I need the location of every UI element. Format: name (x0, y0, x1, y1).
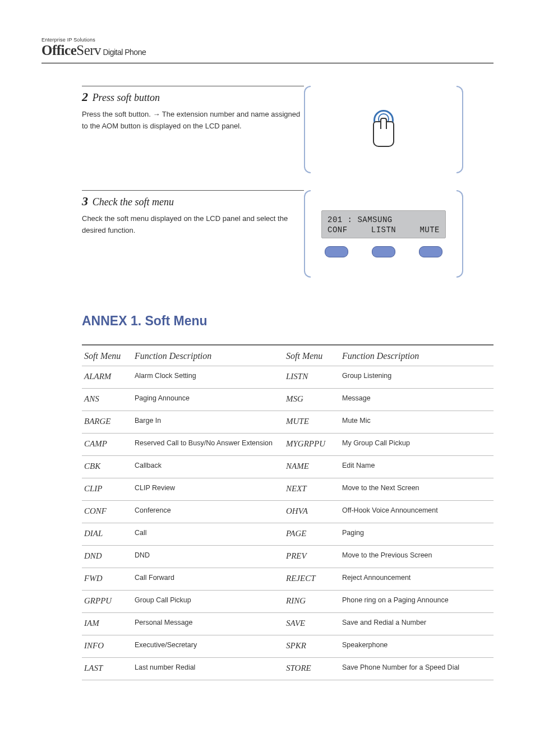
table-row: ALARMAlarm Clock SettingLISTNGroup Liste… (82, 366, 494, 389)
bracket-right-icon (456, 190, 463, 278)
visual-lcd: 201 : SAMSUNG CONF LISTN MUTE (311, 190, 456, 278)
col-softmenu-2: Soft Menu (284, 345, 340, 366)
col-softmenu-1: Soft Menu (82, 345, 132, 366)
softmenu-name: MYGRPPU (284, 434, 340, 456)
softmenu-name: BARGE (82, 411, 132, 434)
softmenu-name: FWD (82, 568, 132, 591)
step-label: Press soft button (93, 92, 160, 103)
annex-title: ANNEX 1. Soft Menu (82, 314, 494, 329)
lcd-soft-conf: CONF (328, 225, 348, 234)
softkey-button (325, 246, 348, 257)
softmenu-name: PREV (284, 546, 340, 568)
lcd-soft-mute: MUTE (419, 225, 440, 234)
softmenu-desc: Executive/Secretary (132, 635, 284, 658)
softmenu-desc: Off-Hook Voice Announcement (340, 501, 494, 523)
softmenu-name: RING (284, 591, 340, 613)
softmenu-desc: Last number Redial (132, 658, 284, 680)
softmenu-name: PAGE (284, 523, 340, 546)
table-row: DNDDNDPREVMove to the Previous Screen (82, 546, 494, 568)
softmenu-name: CONF (82, 501, 132, 523)
step-visual (304, 86, 463, 173)
softmenu-desc: Save Phone Number for a Speed Dial (340, 658, 494, 680)
softkeys (321, 246, 446, 257)
softmenu-name: MUTE (284, 411, 340, 434)
brand-bar: Enterprise IP Solutions OfficeServ Digit… (41, 37, 494, 63)
softmenu-name: DIAL (82, 523, 132, 546)
table-row: INFOExecutive/SecretarySPKRSpeakerphone (82, 635, 494, 658)
softmenu-name: SPKR (284, 635, 340, 658)
table-row: BARGEBarge InMUTEMute Mic (82, 411, 494, 434)
softmenu-desc: Callback (132, 456, 284, 478)
col-funcdesc-2: Function Description (340, 345, 494, 366)
brand-top: Enterprise IP Solutions (41, 37, 494, 43)
step-row: 3 Check the soft menu Check the soft men… (82, 190, 494, 278)
softmenu-desc: Save and Redial a Number (340, 613, 494, 635)
step-visual: 201 : SAMSUNG CONF LISTN MUTE (304, 190, 463, 278)
softmenu-name: STORE (284, 658, 340, 680)
softmenu-desc: Call (132, 523, 284, 546)
softmenu-name: IAM (82, 613, 132, 635)
softmenu-name: NAME (284, 456, 340, 478)
table-row: LASTLast number RedialSTORESave Phone Nu… (82, 658, 494, 680)
step-num: 3 (82, 194, 88, 208)
lcd-line1: 201 : SAMSUNG (328, 215, 440, 224)
softmenu-desc: Conference (132, 501, 284, 523)
softmenu-name: SAVE (284, 613, 340, 635)
table-row: FWDCall ForwardREJECTReject Announcement (82, 568, 494, 591)
softmenu-desc: Phone ring on a Paging Announce (340, 591, 494, 613)
softmenu-desc: Move to the Next Screen (340, 478, 494, 501)
step-label: Check the soft menu (93, 196, 174, 208)
softmenu-name: INFO (82, 635, 132, 658)
softmenu-desc: My Group Call Pickup (340, 434, 494, 456)
softmenu-desc: Mute Mic (340, 411, 494, 434)
step-num: 2 (82, 90, 88, 104)
table-row: IAMPersonal MessageSAVESave and Redial a… (82, 613, 494, 635)
step-text: 2 Press soft button Press the soft butto… (82, 86, 304, 173)
softmenu-desc: Speakerphone (340, 635, 494, 658)
softmenu-desc: Paging (340, 523, 494, 546)
brand-main: OfficeServ Digital Phone (41, 43, 494, 58)
bracket-left-icon (304, 86, 311, 173)
softmenu-name: OHVA (284, 501, 340, 523)
step-body: Press the soft button. → The extension n… (82, 109, 304, 132)
lcd-soft-listn: LISTN (371, 225, 396, 234)
softmenu-name: MSG (284, 389, 340, 411)
softmenu-name: ANS (82, 389, 132, 411)
softmenu-name: LAST (82, 658, 132, 680)
col-funcdesc-1: Function Description (132, 345, 284, 366)
table-row: DIALCallPAGEPaging (82, 523, 494, 546)
brand-sub: Digital Phone (101, 48, 146, 57)
softmenu-desc: Move to the Previous Screen (340, 546, 494, 568)
softmenu-name: REJECT (284, 568, 340, 591)
softmenu-desc: Edit Name (340, 456, 494, 478)
softmenu-desc: Paging Announce (132, 389, 284, 411)
lcd-screen: 201 : SAMSUNG CONF LISTN MUTE (321, 210, 446, 238)
softmenu-table: Soft Menu Function Description Soft Menu… (82, 344, 494, 680)
softmenu-desc: CLIP Review (132, 478, 284, 501)
softmenu-desc: Barge In (132, 411, 284, 434)
press-icon (367, 110, 400, 149)
softmenu-desc: Call Forward (132, 568, 284, 591)
step-text: 3 Check the soft menu Check the soft men… (82, 190, 304, 278)
softmenu-name: LISTN (284, 366, 340, 389)
brand-bold: Office (41, 43, 76, 58)
softmenu-name: CAMP (82, 434, 132, 456)
softmenu-desc: Personal Message (132, 613, 284, 635)
brand-serv: Serv (76, 43, 101, 58)
softkey-button (419, 246, 442, 257)
softkey-button (372, 246, 395, 257)
step-row: 2 Press soft button Press the soft butto… (82, 86, 494, 173)
table-row: CONFConferenceOHVAOff-Hook Voice Announc… (82, 501, 494, 523)
table-row: CAMPReserved Call to Busy/No Answer Exte… (82, 434, 494, 456)
visual-finger (311, 86, 456, 173)
table-row: ANSPaging AnnounceMSGMessage (82, 389, 494, 411)
table-row: CLIPCLIP ReviewNEXTMove to the Next Scre… (82, 478, 494, 501)
softmenu-desc: Group Listening (340, 366, 494, 389)
softmenu-name: NEXT (284, 478, 340, 501)
softmenu-name: CBK (82, 456, 132, 478)
softmenu-name: DND (82, 546, 132, 568)
softmenu-desc: DND (132, 546, 284, 568)
bracket-right-icon (456, 86, 463, 173)
softmenu-name: GRPPU (82, 591, 132, 613)
table-header-row: Soft Menu Function Description Soft Menu… (82, 345, 494, 366)
